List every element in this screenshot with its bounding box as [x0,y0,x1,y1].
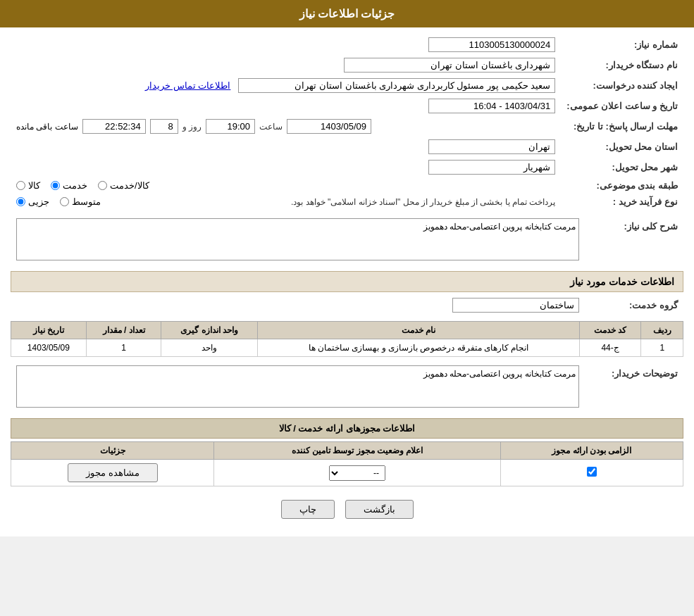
general-desc-label: شرح کلی نیاز: [585,215,683,265]
response-deadline-row: مهلت ارسال پاسخ: تا تاریخ: 1403/05/09 سا… [11,116,683,137]
purchase-type-jozii[interactable]: جزیی [16,196,49,207]
delivery-city-value: شهریار [428,160,555,175]
category-khedmat-label: خدمت [63,180,87,191]
services-table-body: 1 ج-44 انجام کارهای متفرقه درخصوص بازساز… [11,339,683,357]
need-number-label: شماره نیاز: [561,34,683,55]
services-header-row: ردیف کد خدمت نام خدمت واحد اندازه گیری ت… [11,322,683,339]
requester-label: ایجاد کننده درخواست: [561,75,683,96]
view-license-button[interactable]: مشاهده مجوز [68,463,158,482]
general-desc-row: شرح کلی نیاز: [11,215,683,265]
category-kala-radio[interactable] [16,181,25,190]
category-kala-khedmat-radio[interactable] [98,181,107,190]
purchase-type-jozii-radio[interactable] [16,197,25,206]
list-item: -- مشاهده مجوز [11,460,683,486]
col-service-code: کد خدمت [579,322,641,339]
content-area: شماره نیاز: 1103005130000024 نام دستگاه … [0,27,694,536]
delivery-province-row: استان محل تحویل: تهران [11,137,683,157]
page-title: جزئیات اطلاعات نیاز [299,8,395,20]
col-details: جزئیات [11,442,214,460]
category-kala[interactable]: کالا [16,180,40,191]
purchase-type-jozii-label: جزیی [28,196,49,207]
buyer-org-row: نام دستگاه خریدار: شهرداری باغستان استان… [11,55,683,75]
buyer-org-value: شهرداری باغستان استان تهران [344,58,555,73]
cell-unit: واحد [161,339,258,357]
category-kala-khedmat[interactable]: کالا/خدمت [98,180,149,191]
licenses-header-row: الزامی بودن ارائه مجوز اعلام وضعیت مجوز … [11,442,683,460]
print-button[interactable]: چاپ [281,500,335,519]
service-group-table: گروه خدمت: ساختمان [11,295,683,315]
buyer-desc-row: توضیحات خریدار: [11,363,683,413]
response-date-value: 1403/05/09 [287,119,371,134]
response-remaining-label: ساعت باقی مانده [16,122,78,132]
purchase-type-row: نوع فرآیند خرید : پرداخت تمام یا بخشی از… [11,194,683,210]
cell-service-code: ج-44 [579,339,641,357]
response-days-label: روز و [182,122,202,132]
delivery-province-label: استان محل تحویل: [561,137,683,157]
category-radio-group: کالا/خدمت خدمت کالا [16,180,555,191]
purchase-type-group: پرداخت تمام یا بخشی از مبلغ خریدار از مح… [16,196,555,207]
announce-date-label: تاریخ و ساعت اعلان عمومی: [561,96,683,116]
general-desc-textarea[interactable] [16,218,579,260]
response-remaining-value: 22:52:34 [82,119,146,134]
table-row: 1 ج-44 انجام کارهای متفرقه درخصوص بازساز… [11,339,683,357]
button-row: بازگشت چاپ [11,489,683,529]
info-table: شماره نیاز: 1103005130000024 نام دستگاه … [11,34,683,210]
purchase-type-motavasset-label: متوسط [72,196,101,207]
purchase-type-radios: متوسط جزیی [16,196,101,207]
response-time-value: 19:00 [206,119,255,134]
announce-date-row: تاریخ و ساعت اعلان عمومی: 1403/04/31 - 1… [11,96,683,116]
purchase-type-motavasset-radio[interactable] [60,197,69,206]
page-header: جزئیات اطلاعات نیاز [0,0,694,27]
cell-service-name: انجام کارهای متفرقه درخصوص بازسازی و بهس… [258,339,580,357]
licenses-table-header: الزامی بودن ارائه مجوز اعلام وضعیت مجوز … [11,442,683,460]
category-khedmat-radio[interactable] [51,181,60,190]
services-table-header: ردیف کد خدمت نام خدمت واحد اندازه گیری ت… [11,322,683,339]
status-select[interactable]: -- [329,465,385,481]
requester-value: سعید حکیمی پور مسئول کاربرداری شهرداری ب… [238,78,555,93]
required-checkbox[interactable] [587,467,597,477]
requester-contact-link[interactable]: اطلاعات تماس خریدار [145,80,230,91]
category-kala-khedmat-label: کالا/خدمت [110,180,149,191]
response-days-value: 8 [150,119,178,134]
buyer-desc-textarea[interactable] [16,365,579,408]
purchase-type-motavasset[interactable]: متوسط [60,196,101,207]
category-kala-label: کالا [28,180,40,191]
page-wrapper: جزئیات اطلاعات نیاز شماره نیاز: 11030051… [0,0,694,536]
cell-need-date: 1403/05/09 [11,339,87,357]
cell-quantity: 1 [86,339,161,357]
buyer-desc-container [16,365,579,410]
service-group-label: گروه خدمت: [585,295,683,315]
delivery-city-label: شهر محل تحویل: [561,157,683,177]
col-quantity: تعداد / مقدار [86,322,161,339]
category-khedmat[interactable]: خدمت [51,180,87,191]
services-section-header: اطلاعات خدمات مورد نیاز [11,271,683,292]
category-label: طبقه بندی موضوعی: [561,177,683,194]
need-number-row: شماره نیاز: 1103005130000024 [11,34,683,55]
col-service-name: نام خدمت [258,322,580,339]
back-button[interactable]: بازگشت [345,500,414,519]
delivery-city-row: شهر محل تحویل: شهریار [11,157,683,177]
service-group-value: ساختمان [452,298,579,313]
services-table: ردیف کد خدمت نام خدمت واحد اندازه گیری ت… [11,321,683,357]
col-status-announcement: اعلام وضعیت مجوز توسط تامین کننده [214,442,500,460]
delivery-province-value: تهران [428,139,555,154]
response-deadline-label: مهلت ارسال پاسخ: تا تاریخ: [561,116,683,137]
buyer-desc-label: توضیحات خریدار: [585,363,683,413]
requester-row: ایجاد کننده درخواست: سعید حکیمی پور مسئو… [11,75,683,96]
purchase-type-note: پرداخت تمام یا بخشی از مبلغ خریدار از مح… [108,197,555,207]
general-desc-table: شرح کلی نیاز: [11,215,683,265]
need-number-value: 1103005130000024 [428,37,555,52]
general-desc-container [16,218,579,263]
buyer-org-label: نام دستگاه خریدار: [561,55,683,75]
licenses-table: الزامی بودن ارائه مجوز اعلام وضعیت مجوز … [11,441,683,486]
licenses-header: اطلاعات مجوزهای ارائه خدمت / کالا [11,418,683,439]
purchase-type-label: نوع فرآیند خرید : [561,194,683,210]
announce-date-value: 1403/04/31 - 16:04 [428,99,555,113]
licenses-table-body: -- مشاهده مجوز [11,460,683,486]
cell-status: -- [214,460,500,486]
cell-details: مشاهده مجوز [11,460,214,486]
category-row: طبقه بندی موضوعی: کالا/خدمت خدمت کالا [11,177,683,194]
cell-required-checkbox [500,460,683,486]
col-row-num: ردیف [641,322,683,339]
buyer-desc-table: توضیحات خریدار: [11,363,683,413]
